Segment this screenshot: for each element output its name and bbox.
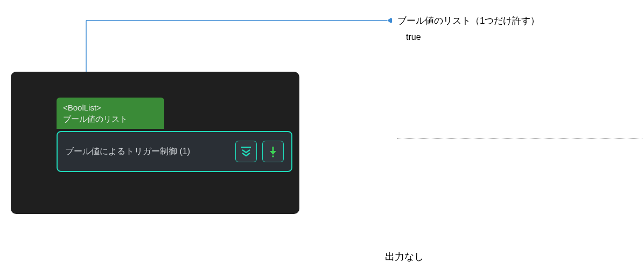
svg-marker-2 — [387, 18, 392, 23]
collapse-button[interactable] — [235, 141, 257, 162]
svg-rect-4 — [241, 147, 251, 148]
trigger-node[interactable]: ブール値によるトリガー制御 (1) — [57, 131, 292, 172]
svg-point-7 — [272, 155, 274, 157]
output-label: 出力なし — [385, 250, 424, 263]
type-tag: <BoolList> ブール値のリスト — [57, 98, 164, 129]
svg-marker-6 — [270, 151, 276, 155]
type-tag-line2: ブール値のリスト — [63, 113, 158, 125]
arrow-button[interactable] — [262, 141, 284, 162]
double-chevron-down-icon — [240, 146, 252, 157]
annotation-value: true — [406, 32, 421, 42]
annotation-title: ブール値のリスト（1つだけ許す） — [397, 15, 540, 27]
arrow-down-dot-icon — [268, 146, 278, 157]
divider — [397, 139, 642, 139]
node-label: ブール値によるトリガー制御 (1) — [65, 146, 230, 157]
type-tag-line1: <BoolList> — [63, 102, 158, 113]
node-panel: <BoolList> ブール値のリスト ブール値によるトリガー制御 (1) — [11, 72, 299, 214]
